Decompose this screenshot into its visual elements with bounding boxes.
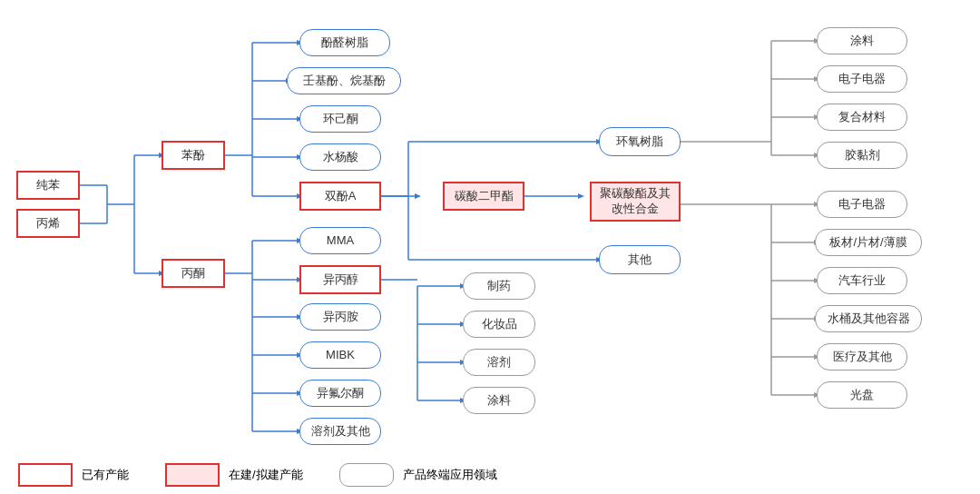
legend-building: 在建/拟建产能 bbox=[165, 463, 303, 487]
legend-existing-label: 已有产能 bbox=[82, 467, 129, 483]
node-cosmetics: 化妆品 bbox=[463, 311, 535, 338]
node-paint: 涂料 bbox=[463, 387, 535, 414]
node-cyclohexanone: 环己酮 bbox=[299, 105, 381, 133]
node-app-composite: 复合材料 bbox=[817, 104, 907, 131]
node-solvent-others: 溶剂及其他 bbox=[299, 418, 381, 445]
legend: 已有产能 在建/拟建产能 产品终端应用领域 bbox=[18, 463, 497, 487]
node-app-electronics1: 电子电器 bbox=[817, 65, 907, 93]
node-app-barrel: 水桶及其他容器 bbox=[815, 305, 922, 332]
node-pharma: 制药 bbox=[463, 272, 535, 300]
node-phenol: 苯酚 bbox=[162, 141, 225, 170]
node-polycarbonate: 聚碳酸酯及其改性合金 bbox=[590, 182, 681, 222]
node-mma: MMA bbox=[299, 227, 381, 254]
node-mibk: MIBK bbox=[299, 341, 381, 369]
node-bisphenol-a: 双酚A bbox=[299, 182, 381, 211]
legend-application-box bbox=[339, 463, 394, 487]
svg-marker-36 bbox=[415, 193, 421, 199]
legend-application: 产品终端应用领域 bbox=[339, 463, 497, 487]
legend-building-label: 在建/拟建产能 bbox=[229, 467, 303, 483]
node-salicylic-acid: 水杨酸 bbox=[299, 143, 381, 171]
node-isopropanol: 异丙醇 bbox=[299, 265, 381, 294]
node-isoflurane: 异氟尔酮 bbox=[299, 380, 381, 407]
node-app-sheet: 板材/片材/薄膜 bbox=[815, 229, 922, 256]
node-app-disc: 光盘 bbox=[817, 381, 907, 409]
svg-marker-42 bbox=[578, 193, 584, 199]
legend-existing-box bbox=[18, 463, 73, 487]
node-others: 其他 bbox=[599, 245, 681, 274]
legend-application-label: 产品终端应用领域 bbox=[403, 467, 497, 483]
node-phenolic-resin: 酚醛树脂 bbox=[299, 29, 390, 56]
node-epoxy-resin: 环氧树脂 bbox=[599, 127, 681, 156]
node-app-paint: 涂料 bbox=[817, 27, 907, 54]
node-app-electronics2: 电子电器 bbox=[817, 191, 907, 218]
node-app-auto: 汽车行业 bbox=[817, 267, 907, 294]
node-hydroxy-phenol: 壬基酚、烷基酚 bbox=[287, 67, 401, 94]
node-solvent: 溶剂 bbox=[463, 349, 535, 376]
node-app-medical: 医疗及其他 bbox=[817, 343, 907, 370]
legend-existing: 已有产能 bbox=[18, 463, 129, 487]
node-acetone: 丙酮 bbox=[162, 259, 225, 288]
legend-building-box bbox=[165, 463, 220, 487]
node-pure-benzene: 纯苯 bbox=[16, 171, 80, 200]
node-isopropylamine: 异丙胺 bbox=[299, 303, 381, 331]
node-dmc: 碳酸二甲酯 bbox=[443, 182, 524, 211]
node-propylene: 丙烯 bbox=[16, 209, 80, 238]
diagram: 纯苯 丙烯 苯酚 丙酮 酚醛树脂 壬基酚、烷基酚 环己酮 水杨酸 双酚A MMA… bbox=[0, 0, 980, 445]
node-app-adhesive: 胶黏剂 bbox=[817, 142, 907, 169]
